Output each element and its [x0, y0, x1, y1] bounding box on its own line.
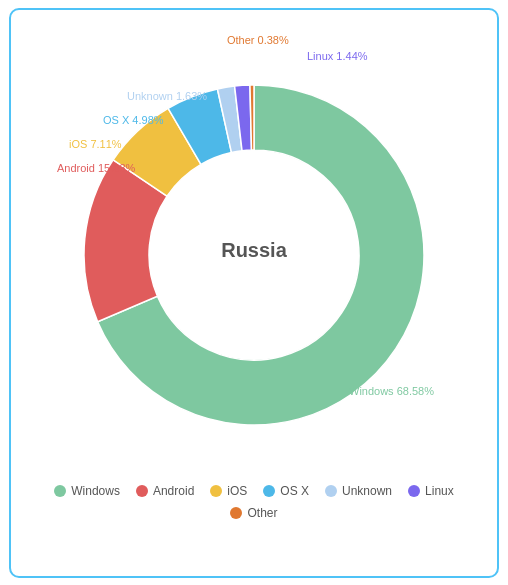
legend-label: Linux: [425, 484, 454, 498]
annotation-label: Unknown 1.63%: [127, 90, 207, 102]
legend: WindowsAndroidiOSOS XUnknownLinuxOther: [21, 484, 487, 520]
legend-item: Windows: [54, 484, 120, 498]
chart-area: Russia Windows 68.58%Android 15.88%iOS 7…: [39, 20, 469, 480]
legend-label: Other: [247, 506, 277, 520]
legend-dot: [136, 485, 148, 497]
annotation-label: Android 15.88%: [57, 162, 135, 174]
legend-dot: [408, 485, 420, 497]
legend-item: Android: [136, 484, 194, 498]
legend-item: Other: [230, 506, 277, 520]
legend-label: Windows: [71, 484, 120, 498]
legend-item: Linux: [408, 484, 454, 498]
legend-label: OS X: [280, 484, 309, 498]
annotation-label: iOS 7.11%: [69, 138, 122, 150]
legend-dot: [263, 485, 275, 497]
legend-dot: [210, 485, 222, 497]
legend-label: Unknown: [342, 484, 392, 498]
annotation-label: Linux 1.44%: [307, 50, 368, 62]
annotation-label: Other 0.38%: [227, 34, 289, 46]
legend-dot: [230, 507, 242, 519]
legend-item: Unknown: [325, 484, 392, 498]
legend-label: Android: [153, 484, 194, 498]
annotation-label: OS X 4.98%: [103, 114, 164, 126]
legend-item: OS X: [263, 484, 309, 498]
card: Russia Windows 68.58%Android 15.88%iOS 7…: [9, 8, 499, 578]
donut-chart: [39, 20, 469, 480]
legend-dot: [325, 485, 337, 497]
segment-other: [250, 85, 254, 150]
legend-dot: [54, 485, 66, 497]
legend-item: iOS: [210, 484, 247, 498]
annotation-label: Windows 68.58%: [349, 385, 434, 397]
legend-label: iOS: [227, 484, 247, 498]
